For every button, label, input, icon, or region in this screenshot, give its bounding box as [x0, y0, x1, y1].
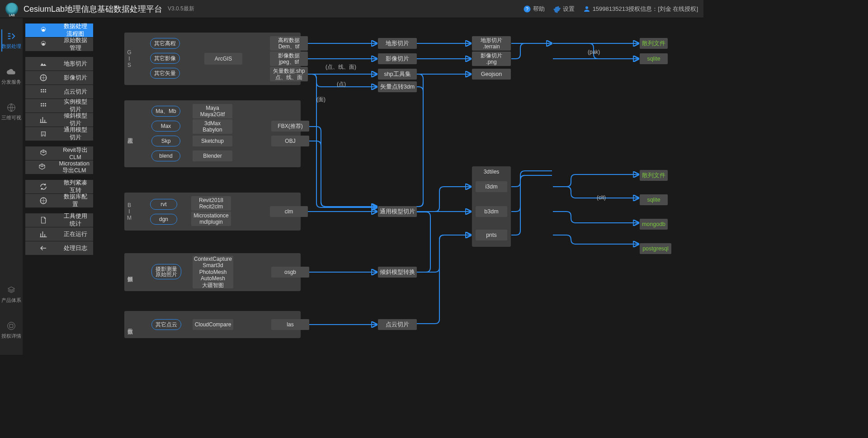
- node-tilt-conv[interactable]: 倾斜模型转换: [378, 267, 417, 278]
- pill-other-vector[interactable]: 其它矢量: [150, 68, 180, 79]
- rect-dem[interactable]: 高程数据 Dem、tif: [270, 36, 308, 51]
- node-geojson[interactable]: Geojson: [472, 69, 511, 80]
- app-title: CesiumLab地理信息基础数据处理平台: [24, 4, 162, 14]
- submenu-item-13[interactable]: 散列紧凑互转: [25, 180, 93, 193]
- rect-arcgis[interactable]: ArcGIS: [204, 53, 242, 65]
- submenu-label: 影像切片: [61, 74, 90, 82]
- pill-dgn[interactable]: dgn: [150, 214, 177, 225]
- submenu-label: 通用模型切片: [61, 126, 90, 141]
- node-terrain-output[interactable]: 地形切片 .terrain: [472, 36, 511, 51]
- node-pc-slice[interactable]: 点云切片: [378, 319, 417, 330]
- submenu-item-11[interactable]: Microstation导出CLM: [25, 160, 93, 174]
- pill-ma-mb[interactable]: Ma、Mb: [151, 106, 180, 117]
- globe-icon: [29, 74, 57, 82]
- out-sqlite-2[interactable]: sqlite: [640, 194, 668, 205]
- node-i3dm[interactable]: i3dm: [476, 181, 507, 192]
- help-button[interactable]: ? 帮助: [523, 5, 545, 13]
- panel-label-tilt: 倾斜数据: [124, 253, 136, 291]
- label-pak: (pak): [588, 49, 600, 55]
- submenu-item-1[interactable]: 原始数据管理: [25, 38, 93, 51]
- rect-microstation[interactable]: Microstationce mdlplugin: [191, 212, 231, 226]
- leftnav-products[interactable]: 产品体系: [1, 283, 21, 306]
- gear-icon: [29, 26, 57, 34]
- label-dian: (点): [337, 80, 346, 88]
- pill-rvt[interactable]: rvt: [150, 199, 177, 210]
- rect-shp[interactable]: 矢量数据.shp 点、线、面: [270, 67, 308, 81]
- rect-revit2018[interactable]: Revit2018 Recit2clm: [191, 196, 231, 211]
- node-image-slice[interactable]: 影像切片: [378, 53, 417, 64]
- pill-other-image[interactable]: 其它影像: [150, 53, 180, 64]
- submenu-item-5[interactable]: 点云切片: [25, 85, 93, 99]
- submenu-item-3[interactable]: 地形切片: [25, 57, 93, 71]
- back-icon: [29, 244, 57, 252]
- out-mongodb[interactable]: mongodb: [640, 219, 668, 230]
- rect-maya[interactable]: Maya Maya2Gltf: [193, 104, 232, 118]
- flow-canvas: GIS 其它高程 其它影像 其它矢量 ArcGIS 高程数据 Dem、tif 影…: [99, 18, 703, 355]
- node-b3dm[interactable]: b3dm: [476, 206, 507, 217]
- gear-icon: [29, 40, 57, 48]
- leftnav-distribute[interactable]: 分发服务: [1, 65, 21, 87]
- submenu-item-7[interactable]: 倾斜模型切片: [25, 113, 93, 127]
- leftnav-data-process[interactable]: 数据处理: [1, 29, 21, 52]
- node-image-output[interactable]: 影像切片 .png: [472, 52, 511, 66]
- submenu-label: 数据库配置: [61, 193, 90, 208]
- svg-point-12: [41, 103, 42, 104]
- user-info[interactable]: 15998135213授权信息：[刘金 在线授权]: [583, 5, 698, 13]
- leftnav-license[interactable]: 授权详情: [1, 319, 21, 341]
- rect-jpeg[interactable]: 影像数据 jpeg、tif: [270, 52, 308, 66]
- submenu-item-17[interactable]: 正在运行: [25, 227, 93, 241]
- panel-gis: GIS 其它高程 其它影像 其它矢量 ArcGIS 高程数据 Dem、tif 影…: [124, 33, 301, 85]
- rect-fbx[interactable]: FBX(推荐): [271, 121, 309, 132]
- out-sanlie-1[interactable]: 散列文件: [640, 38, 668, 49]
- left-nav: 数据处理 分发服务 三维可视 产品体系 授权详情: [0, 18, 23, 355]
- rect-3dmax[interactable]: 3dMax Babylon: [193, 119, 232, 134]
- submenu-item-8[interactable]: 通用模型切片: [25, 127, 93, 141]
- out-postgresql[interactable]: postgresql: [640, 243, 671, 254]
- svg-point-15: [41, 105, 42, 107]
- submenu-item-14[interactable]: 数据库配置: [25, 194, 93, 207]
- pill-other-pc[interactable]: 其它点云: [151, 319, 181, 330]
- out-sanlie-2[interactable]: 散列文件: [640, 170, 668, 181]
- submenu-item-16[interactable]: 工具使用统计: [25, 213, 93, 227]
- panel-tilt: 倾斜数据 摄影测量 原始照片 ContextCapture Smart3d Ph…: [124, 253, 301, 291]
- doc-icon: [29, 216, 57, 224]
- out-sqlite-1[interactable]: sqlite: [640, 53, 668, 64]
- node-pnts[interactable]: pnts: [476, 230, 507, 240]
- submenu-label: 实例模型切片: [61, 98, 90, 113]
- rect-las[interactable]: las: [271, 319, 309, 330]
- node-generic-model[interactable]: 通用模型切片: [378, 206, 417, 217]
- pill-skp[interactable]: Skp: [151, 136, 180, 146]
- pill-max[interactable]: Max: [151, 121, 180, 132]
- pill-blend[interactable]: blend: [151, 151, 180, 161]
- leftnav-3dview[interactable]: 三维可视: [1, 101, 21, 123]
- node-vec3dm[interactable]: 矢量点转3dm: [378, 81, 417, 92]
- rect-cloudcompare[interactable]: CloudCompare: [193, 319, 233, 330]
- stack-icon: [6, 285, 16, 295]
- rect-clm[interactable]: clm: [270, 206, 308, 217]
- submenu-item-6[interactable]: 实例模型切片: [25, 99, 93, 113]
- node-shp-tool[interactable]: shp工具集: [378, 69, 417, 80]
- svg-text:?: ?: [526, 6, 528, 11]
- svg-point-17: [45, 105, 46, 107]
- submenu-item-4[interactable]: 影像切片: [25, 71, 93, 85]
- pill-other-elev[interactable]: 其它高程: [150, 38, 180, 49]
- submenu-item-18[interactable]: 处理日志: [25, 241, 93, 255]
- panel-model: 人工模型 Ma、Mb Max Skp blend Maya Maya2Gltf …: [124, 100, 301, 167]
- rect-sketchup[interactable]: Sketchup: [193, 136, 232, 146]
- settings-button[interactable]: 设置: [553, 5, 575, 13]
- svg-point-14: [45, 103, 46, 104]
- submenu-label: 散列紧凑互转: [61, 179, 90, 194]
- rect-obj[interactable]: OBJ: [271, 136, 309, 146]
- rect-blender[interactable]: Blender: [193, 151, 232, 161]
- panel-label-pc: 点云数据: [124, 311, 136, 338]
- node-terrain-slice[interactable]: 地形切片: [378, 38, 417, 49]
- rect-contextcapture[interactable]: ContextCapture Smart3d PhotoMesh AutoMes…: [193, 256, 233, 288]
- submenu-item-10[interactable]: Revit导出CLM: [25, 146, 93, 160]
- submenu-item-0[interactable]: 数据处理流程图: [25, 24, 93, 37]
- svg-point-13: [42, 103, 44, 104]
- panel-label-bim: BIM: [124, 193, 134, 231]
- rect-osgb[interactable]: osgb: [271, 267, 309, 278]
- cube-icon: [29, 163, 56, 171]
- pill-photo[interactable]: 摄影测量 原始照片: [151, 264, 181, 279]
- label-clt: (clt): [597, 194, 606, 201]
